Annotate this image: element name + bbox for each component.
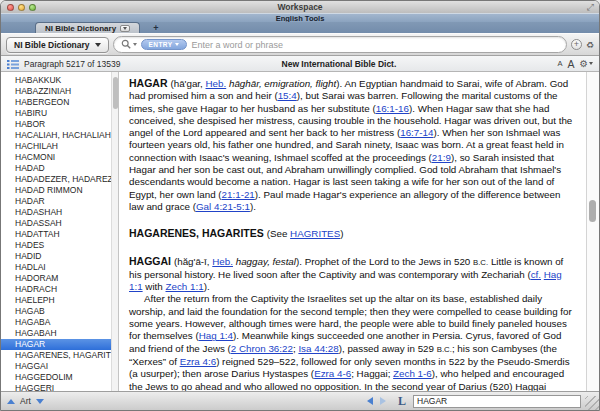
sidebar-list: HABAKKUKHABAZZINIAHHABERGEONHABIRUHABORH…: [1, 72, 111, 391]
body-text: ).: [250, 201, 256, 212]
previous-zone-icon[interactable]: [7, 399, 15, 404]
decrease-text-size-button[interactable]: A: [557, 59, 562, 68]
article-paragraph: HAGARENES, HAGARITES (See HAGRITES): [129, 227, 577, 240]
article-paragraph: After the return from the Captivity the …: [129, 293, 577, 391]
entry-pronunciation: haggay, festal: [236, 256, 296, 267]
pane-header: Paragraph 5217 of 13539 New Internationa…: [1, 56, 599, 72]
toolbar-right-icons: + ♻: [571, 39, 594, 50]
sidebar-scrollbar[interactable]: [111, 72, 119, 391]
lookup-icon[interactable]: L: [398, 395, 406, 407]
search-scope-pill[interactable]: ENTRY: [141, 39, 188, 50]
body-text: (hăg'ā-ī,: [174, 256, 212, 267]
sidebar-entry[interactable]: HAGGAI: [1, 361, 111, 372]
sidebar-entry[interactable]: HACHILAH: [1, 141, 111, 152]
new-tab-button[interactable]: +: [150, 23, 161, 33]
forward-icon[interactable]: [380, 397, 386, 405]
module-selector-button[interactable]: NI Bible Dictionary: [6, 37, 109, 53]
pane-header-controls: A A ⚙: [557, 58, 593, 70]
body-text: ). Prophet of the Lord to the Jews in 52…: [296, 256, 473, 267]
tab-ni-bible-dictionary[interactable]: NI Bible Dictionary: [35, 22, 140, 33]
zone-label: Art: [19, 396, 32, 406]
paragraph-counter: Paragraph 5217 of 13539: [24, 59, 120, 69]
scripture-link[interactable]: Zech 1:1: [166, 281, 204, 292]
sidebar-entry[interactable]: HACALIAH, HACHALIAH: [1, 130, 111, 141]
article-scrollbar-thumb[interactable]: [589, 200, 596, 222]
entry-headword: HAGGAI: [129, 255, 174, 267]
scripture-link[interactable]: Heb.: [206, 78, 227, 89]
scripture-link[interactable]: 15:4: [278, 90, 297, 101]
body-text: ).: [204, 281, 210, 292]
sidebar-entry[interactable]: HAGABAH: [1, 328, 111, 339]
sidebar-entry[interactable]: HAGAR: [1, 339, 111, 350]
scripture-link[interactable]: Heb.: [212, 256, 233, 267]
scripture-link[interactable]: Ezra 4-6: [314, 368, 351, 379]
add-button[interactable]: +: [571, 39, 582, 50]
sidebar-entry[interactable]: HAGARENES, HAGARITES: [1, 350, 111, 361]
sidebar-entry[interactable]: HABOR: [1, 119, 111, 130]
back-icon[interactable]: [367, 397, 373, 405]
article-paragraph: HAGGAI (hăg'ā-ī, Heb. haggay, festal). P…: [129, 255, 577, 294]
sidebar-entry[interactable]: HABERGEON: [1, 97, 111, 108]
resize-grip-icon[interactable]: [585, 396, 599, 410]
scripture-link[interactable]: 2 Chron 36:22: [231, 343, 293, 354]
sidebar-entry[interactable]: HADASSAH: [1, 218, 111, 229]
entry-headword: HAGAR: [129, 77, 170, 89]
search-input[interactable]: [191, 40, 559, 50]
sidebar-scrollbar-thumb[interactable]: [113, 77, 118, 109]
body-text: (See: [267, 228, 290, 239]
sidebar-entry[interactable]: HADRACH: [1, 284, 111, 295]
sidebar-entry[interactable]: HADASHAH: [1, 207, 111, 218]
scripture-link[interactable]: Zech 1-6: [393, 368, 432, 379]
sidebar-entry[interactable]: HABIRU: [1, 108, 111, 119]
scripture-link[interactable]: 21:1-21: [222, 189, 255, 200]
content-area: HABAKKUKHABAZZINIAHHABERGEONHABIRUHABORH…: [1, 72, 599, 391]
sidebar-entry[interactable]: HADLAI: [1, 262, 111, 273]
scripture-link[interactable]: 16:7-14: [400, 127, 433, 138]
era-abbreviation: B.C.: [437, 345, 452, 354]
sidebar-entry[interactable]: HABAKKUK: [1, 75, 111, 86]
sidebar-entry[interactable]: HADAR: [1, 196, 111, 207]
sidebar-entry[interactable]: HADORAM: [1, 273, 111, 284]
article-paragraph: HAGAR (hā'gar, Heb. hāghār, emigration, …: [129, 77, 577, 213]
sidebar-entry[interactable]: HADAD RIMMON: [1, 185, 111, 196]
tab-menu-icon[interactable]: [120, 25, 130, 32]
sidebar-entry[interactable]: HAGABA: [1, 317, 111, 328]
sidebar-entry[interactable]: HAGGERI: [1, 383, 111, 391]
sidebar-entry[interactable]: HAGGEDOLIM: [1, 372, 111, 383]
scripture-link[interactable]: Isa 44:28: [298, 343, 338, 354]
scripture-link[interactable]: Hag 1:4: [199, 330, 233, 341]
search-scope-label: ENTRY: [149, 41, 173, 48]
sidebar-entry[interactable]: HADATTAH: [1, 229, 111, 240]
entry-headword: HAGARENES, HAGARITES: [129, 227, 267, 239]
module-selector-label: NI Bible Dictionary: [14, 40, 90, 50]
sidebar-entry[interactable]: HADAD: [1, 163, 111, 174]
amplify-icon[interactable]: ♻: [586, 40, 594, 50]
scripture-link[interactable]: Gal 4:21-5:1: [196, 201, 250, 212]
sidebar-entry[interactable]: HAELEPH: [1, 295, 111, 306]
scripture-link[interactable]: 21:9: [432, 152, 451, 163]
sidebar-entry[interactable]: HACMONI: [1, 152, 111, 163]
gear-icon[interactable]: ⚙: [579, 59, 593, 69]
search-icon[interactable]: [121, 39, 137, 50]
scripture-link[interactable]: HAGRITES: [290, 228, 340, 239]
sidebar-entry[interactable]: HAGAB: [1, 306, 111, 317]
article-body: HAGAR (hā'gar, Heb. hāghār, emigration, …: [119, 72, 586, 391]
sidebar-entry[interactable]: HADADEZER, HADAREZER: [1, 174, 111, 185]
search-field[interactable]: ENTRY: [113, 36, 567, 53]
title-bar[interactable]: Workspace ⤢: [1, 1, 599, 13]
next-zone-icon[interactable]: [36, 399, 44, 404]
goto-entry-input[interactable]: [413, 395, 581, 408]
sidebar-entry[interactable]: HABAZZINIAH: [1, 86, 111, 97]
search-toolbar: NI Bible Dictionary ENTRY + ♻: [1, 33, 599, 56]
scripture-link[interactable]: 16:1-16: [376, 103, 409, 114]
increase-text-size-button[interactable]: A: [567, 58, 574, 70]
article-scrollbar[interactable]: [586, 72, 599, 391]
sidebar-entry[interactable]: HADES: [1, 240, 111, 251]
scripture-link[interactable]: Ezra 4:6: [180, 356, 217, 367]
scripture-link[interactable]: cf.: [531, 269, 541, 280]
era-abbreviation: B.C.: [473, 258, 488, 267]
fullscreen-icon[interactable]: ⤢: [587, 2, 594, 12]
sidebar-entry[interactable]: HADID: [1, 251, 111, 262]
paragraph-list-icon[interactable]: [7, 59, 19, 69]
body-text: (hā'gar,: [170, 78, 205, 89]
